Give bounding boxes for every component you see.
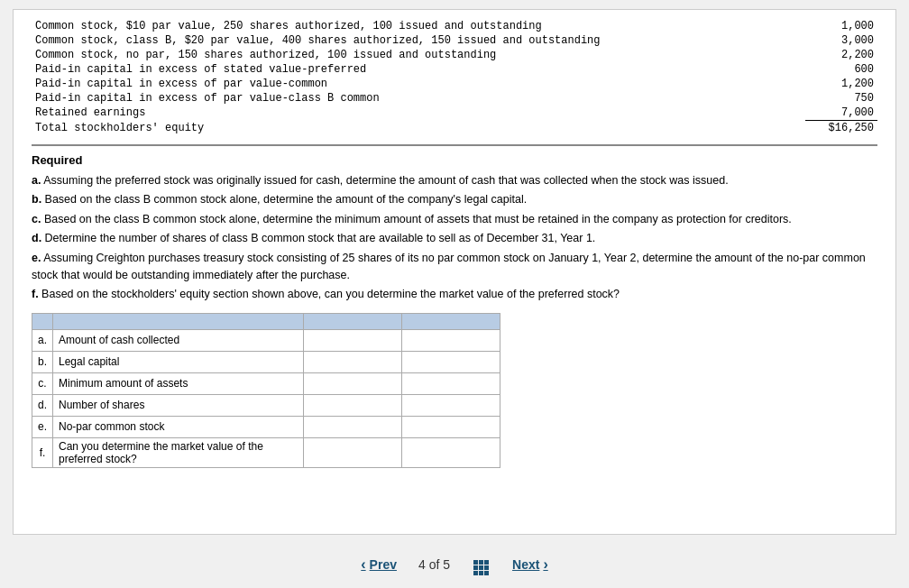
answer-label: No-par common stock (53, 416, 304, 437)
question-item: b. Based on the class B common stock alo… (32, 191, 877, 208)
stock-row: Paid-in capital in excess of par value-c… (32, 91, 877, 106)
question-letter: f. (32, 288, 39, 300)
answer-table-wrapper: a.Amount of cash collectedb.Legal capita… (32, 313, 877, 468)
question-letter: b. (32, 193, 41, 206)
stock-amount: 2,200 (805, 48, 877, 62)
answer-label: Amount of cash collected (53, 329, 304, 351)
answer-extra-cell (401, 394, 500, 416)
question-item: e. Assuming Creighton purchases treasury… (32, 250, 877, 285)
answer-input-cell[interactable] (303, 372, 401, 394)
question-item: a. Assuming the preferred stock was orig… (32, 172, 877, 189)
question-letter: e. (32, 252, 41, 264)
question-list: a. Assuming the preferred stock was orig… (32, 172, 877, 304)
stock-row: Paid-in capital in excess of stated valu… (32, 62, 877, 77)
answer-letter: b. (32, 351, 53, 372)
stock-amount: 1,000 (805, 19, 877, 33)
answer-extra-cell (401, 329, 500, 351)
answer-label: Minimum amount of assets (53, 372, 304, 394)
page-indicator: 4 of 5 (418, 557, 450, 572)
chevron-right-icon (543, 556, 547, 573)
navigation-bar: Prev 4 of 5 Next (0, 544, 909, 588)
page-container: Common stock, $10 par value, 250 shares … (13, 9, 896, 535)
stock-amount: 1,200 (805, 77, 877, 91)
stock-row: Common stock, class B, $20 par value, 40… (32, 33, 877, 48)
question-letter: a. (32, 174, 41, 187)
answer-input-cell[interactable] (303, 329, 401, 351)
answer-letter: d. (32, 394, 53, 416)
answer-letter: e. (32, 416, 53, 437)
answer-extra-cell (401, 437, 500, 467)
answer-letter: f. (32, 437, 53, 467)
stock-description: Paid-in capital in excess of stated valu… (32, 62, 805, 77)
answer-table: a.Amount of cash collectedb.Legal capita… (32, 313, 500, 468)
answer-input[interactable] (309, 420, 396, 433)
answer-letter: a. (32, 329, 53, 351)
stock-amount: 7,000 (805, 106, 877, 121)
answer-input-cell[interactable] (303, 437, 401, 467)
question-item: d. Determine the number of shares of cla… (32, 230, 877, 247)
answer-row: d.Number of shares (32, 394, 500, 416)
prev-button[interactable]: Prev (361, 556, 397, 573)
question-item: f. Based on the stockholders' equity sec… (32, 286, 877, 303)
stock-row: Common stock, no par, 150 shares authori… (32, 48, 877, 62)
stock-row: Common stock, $10 par value, 250 shares … (32, 19, 877, 33)
page-total: 5 (443, 557, 450, 572)
page-current: 4 (418, 557, 426, 572)
answer-row: f.Can you determine the market value of … (32, 437, 500, 467)
col-header-empty1 (32, 313, 53, 329)
col-header-empty2 (53, 313, 304, 329)
answer-input-cell[interactable] (303, 394, 401, 416)
answer-input-cell[interactable] (303, 416, 401, 437)
stock-description: Retained earnings (32, 106, 805, 121)
answer-letter: c. (32, 372, 53, 394)
answer-label: Legal capital (53, 351, 304, 372)
stock-description: Paid-in capital in excess of par value-c… (32, 91, 805, 106)
stock-amount: 600 (805, 62, 877, 77)
stock-description: Paid-in capital in excess of par value-c… (32, 77, 805, 91)
col-header-empty3 (303, 313, 401, 329)
question-item: c. Based on the class B common stock alo… (32, 211, 877, 228)
stock-description: Common stock, $10 par value, 250 shares … (32, 19, 805, 33)
stock-table: Common stock, $10 par value, 250 shares … (32, 19, 877, 135)
question-letter: d. (32, 232, 41, 244)
answer-row: c.Minimum amount of assets (32, 372, 500, 394)
required-title: Required (32, 153, 877, 167)
answer-input[interactable] (309, 377, 396, 390)
answer-label: Number of shares (53, 394, 304, 416)
answer-extra-cell (401, 351, 500, 372)
answer-row: a.Amount of cash collected (32, 329, 500, 351)
answer-row: e.No-par common stock (32, 416, 500, 437)
answer-label: Can you determine the market value of th… (53, 437, 304, 467)
prev-label: Prev (370, 557, 397, 572)
answer-input-cell[interactable] (303, 351, 401, 372)
answer-input[interactable] (309, 355, 396, 368)
chevron-left-icon (361, 556, 365, 573)
page-of: of (429, 557, 444, 572)
answer-input[interactable] (309, 334, 396, 346)
col-header-empty4 (401, 313, 500, 329)
stock-description: Common stock, class B, $20 par value, 40… (32, 33, 805, 48)
answer-input[interactable] (309, 446, 396, 459)
next-label: Next (512, 557, 539, 572)
answer-extra-cell (401, 416, 500, 437)
answer-row: b.Legal capital (32, 351, 500, 372)
question-letter: c. (32, 213, 41, 225)
answer-table-header (32, 313, 500, 329)
answer-input[interactable] (309, 399, 396, 411)
stock-description: Common stock, no par, 150 shares authori… (32, 48, 805, 62)
stock-description: Total stockholders' equity (32, 121, 805, 136)
stock-amount: 3,000 (805, 33, 877, 48)
next-button[interactable]: Next (512, 556, 548, 573)
stock-row: Retained earnings7,000 (32, 106, 877, 121)
required-section: Required a. Assuming the preferred stock… (32, 153, 877, 304)
grid-icon[interactable] (472, 553, 491, 575)
stock-row: Total stockholders' equity$16,250 (32, 121, 877, 136)
stock-amount: $16,250 (805, 121, 877, 136)
stock-amount: 750 (805, 91, 877, 106)
divider (32, 144, 877, 146)
stock-row: Paid-in capital in excess of par value-c… (32, 77, 877, 91)
answer-extra-cell (401, 372, 500, 394)
